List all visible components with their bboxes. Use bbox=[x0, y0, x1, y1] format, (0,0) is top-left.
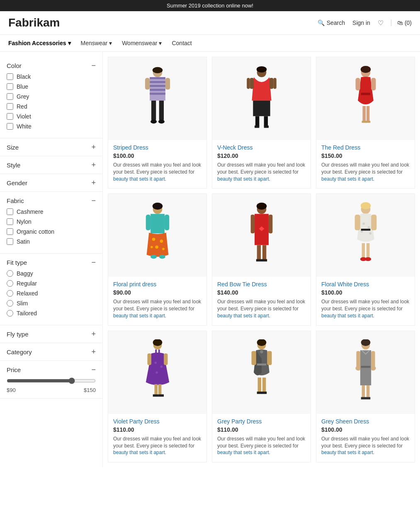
color-red[interactable]: Red bbox=[7, 103, 96, 110]
fabric-satin-checkbox[interactable] bbox=[7, 238, 13, 245]
fit-tailored[interactable]: Tailored bbox=[7, 310, 96, 317]
fit-tailored-radio[interactable] bbox=[7, 310, 13, 317]
color-white-checkbox[interactable] bbox=[7, 123, 13, 130]
product-image-floral bbox=[108, 194, 206, 277]
nav-item-fashion[interactable]: Fashion Accessories ▾ bbox=[8, 38, 71, 48]
product-link-vneck[interactable]: beauty that sets it apart. bbox=[217, 176, 270, 182]
banner-text: Summer 2019 collection online now! bbox=[167, 2, 253, 9]
fabric-satin[interactable]: Satin bbox=[7, 238, 96, 245]
figure-floral-white bbox=[349, 202, 382, 268]
product-link-greyparty[interactable]: beauty that sets it apart. bbox=[217, 450, 270, 455]
product-link-red[interactable]: beauty that sets it apart. bbox=[321, 176, 374, 182]
color-black-checkbox[interactable] bbox=[7, 73, 13, 80]
svg-point-40 bbox=[162, 248, 165, 251]
fabric-cashmere-checkbox[interactable] bbox=[7, 208, 13, 215]
nav-label-fashion: Fashion Accessories bbox=[8, 40, 66, 46]
product-card-red-dress[interactable]: The Red Dress $150.00 Our dresses will m… bbox=[316, 57, 415, 189]
color-grey[interactable]: Grey bbox=[7, 93, 96, 100]
search-icon: 🔍 bbox=[318, 19, 325, 26]
product-grid-container: Striped Dress $100.00 Our dresses will m… bbox=[103, 52, 420, 467]
nav-item-menswear[interactable]: Menswear ▾ bbox=[81, 38, 112, 48]
svg-rect-8 bbox=[145, 78, 149, 89]
color-blue-checkbox[interactable] bbox=[7, 83, 13, 90]
fit-baggy[interactable]: Baggy bbox=[7, 270, 96, 277]
fit-slim-radio[interactable] bbox=[7, 300, 13, 307]
fit-slim[interactable]: Slim bbox=[7, 300, 96, 307]
filter-gender-toggle: + bbox=[91, 179, 96, 186]
nav-label-contact: Contact bbox=[172, 40, 192, 46]
color-grey-checkbox[interactable] bbox=[7, 93, 13, 100]
search-button[interactable]: 🔍 Search bbox=[318, 19, 345, 26]
product-link-violet[interactable]: beauty that sets it apart. bbox=[113, 450, 166, 455]
filter-style-toggle: + bbox=[91, 161, 96, 169]
svg-rect-80 bbox=[158, 394, 163, 397]
svg-rect-97 bbox=[355, 367, 360, 370]
filter-style-label: Style bbox=[7, 162, 20, 169]
filter-size-header[interactable]: Size + bbox=[7, 143, 96, 151]
product-link-floral[interactable]: beauty that sets it apart. bbox=[113, 313, 166, 319]
svg-point-35 bbox=[152, 203, 162, 210]
color-black[interactable]: Black bbox=[7, 73, 96, 80]
price-slider[interactable] bbox=[7, 377, 96, 384]
wishlist-button[interactable]: ♡ bbox=[378, 19, 384, 27]
filter-fit-header[interactable]: Fit type − bbox=[7, 259, 96, 266]
filter-fly-header[interactable]: Fly type + bbox=[7, 330, 96, 338]
color-violet[interactable]: Violet bbox=[7, 113, 96, 120]
fabric-organic-checkbox[interactable] bbox=[7, 228, 13, 235]
nav-item-contact[interactable]: Contact bbox=[172, 38, 192, 48]
filter-style-header[interactable]: Style + bbox=[7, 161, 96, 169]
cart-button[interactable]: 🛍 (0) bbox=[391, 19, 412, 26]
color-violet-checkbox[interactable] bbox=[7, 113, 13, 120]
product-link-greysheen[interactable]: beauty that sets it apart. bbox=[321, 450, 374, 455]
product-price-vneck: $120.00 bbox=[217, 152, 306, 159]
svg-rect-99 bbox=[362, 385, 365, 398]
nav-item-womenswear[interactable]: Womenswear ▾ bbox=[122, 38, 162, 48]
color-red-checkbox[interactable] bbox=[7, 103, 13, 110]
svg-point-72 bbox=[154, 361, 157, 364]
fabric-nylon-checkbox[interactable] bbox=[7, 218, 13, 225]
svg-rect-3 bbox=[150, 77, 165, 79]
signin-button[interactable]: Sign in bbox=[352, 19, 370, 26]
product-link-floralwhite[interactable]: beauty that sets it apart. bbox=[321, 313, 374, 319]
color-blue[interactable]: Blue bbox=[7, 83, 96, 90]
filter-category-header[interactable]: Category + bbox=[7, 348, 96, 356]
fit-relaxed[interactable]: Relaxed bbox=[7, 290, 96, 297]
product-card-violet-party[interactable]: Violet Party Dress $110.00 Our dresses w… bbox=[108, 331, 207, 462]
svg-rect-10 bbox=[151, 101, 155, 120]
product-card-bow-dress[interactable]: Red Bow Tie Dress $140.00 Our dresses wi… bbox=[212, 193, 311, 325]
color-white[interactable]: White bbox=[7, 123, 96, 130]
product-card-grey-party[interactable]: Grey Party Dress $110.00 Our dresses wil… bbox=[212, 331, 311, 462]
main-nav: Fashion Accessories ▾ Menswear ▾ Womensw… bbox=[0, 35, 420, 52]
fabric-organic-cotton[interactable]: Organic cotton bbox=[7, 228, 96, 235]
fit-regular-radio[interactable] bbox=[7, 280, 13, 287]
product-link-striped[interactable]: beauty that sets it apart. bbox=[113, 176, 166, 182]
nav-label-menswear: Menswear bbox=[81, 40, 108, 46]
fit-baggy-radio[interactable] bbox=[7, 270, 13, 277]
product-desc-violet: Our dresses will make you feel and look … bbox=[113, 435, 202, 456]
figure-violet-party bbox=[141, 339, 174, 406]
fit-relaxed-radio[interactable] bbox=[7, 290, 13, 297]
filter-gender-header[interactable]: Gender + bbox=[7, 179, 96, 186]
product-link-bow[interactable]: beauty that sets it apart. bbox=[217, 313, 270, 319]
product-card-floral-white[interactable]: Floral White Dress $100.00 Our dresses w… bbox=[316, 193, 415, 325]
product-card-grey-sheen[interactable]: Grey Sheen Dress $100.00 Our dresses wil… bbox=[316, 331, 415, 462]
product-desc-greysheen: Our dresses will make you feel and look … bbox=[321, 435, 410, 456]
svg-rect-63 bbox=[371, 215, 376, 231]
product-info-striped: Striped Dress $100.00 Our dresses will m… bbox=[108, 140, 206, 188]
product-card-vneck-dress[interactable]: V-Neck Dress $120.00 Our dresses will ma… bbox=[212, 57, 311, 189]
filter-price-header[interactable]: Price − bbox=[7, 366, 96, 373]
filter-fabric-header[interactable]: Fabric − bbox=[7, 197, 96, 204]
svg-rect-27 bbox=[361, 93, 370, 95]
svg-rect-85 bbox=[251, 351, 256, 365]
product-desc-greyparty: Our dresses will make you feel and look … bbox=[217, 435, 306, 456]
filter-color-header[interactable]: Color − bbox=[7, 62, 96, 69]
fabric-nylon[interactable]: Nylon bbox=[7, 218, 96, 225]
product-card-striped-dress[interactable]: Striped Dress $100.00 Our dresses will m… bbox=[108, 57, 207, 189]
fabric-cashmere[interactable]: Cashmere bbox=[7, 208, 96, 215]
svg-rect-4 bbox=[150, 81, 165, 83]
product-card-floral-dress[interactable]: Floral print dress $90.00 Our dresses wi… bbox=[108, 193, 207, 325]
fit-regular[interactable]: Regular bbox=[7, 280, 96, 287]
svg-rect-77 bbox=[154, 384, 158, 395]
filter-price-label: Price bbox=[7, 366, 21, 373]
header: Fabrikam 🔍 Search Sign in ♡ 🛍 (0) bbox=[0, 11, 420, 35]
